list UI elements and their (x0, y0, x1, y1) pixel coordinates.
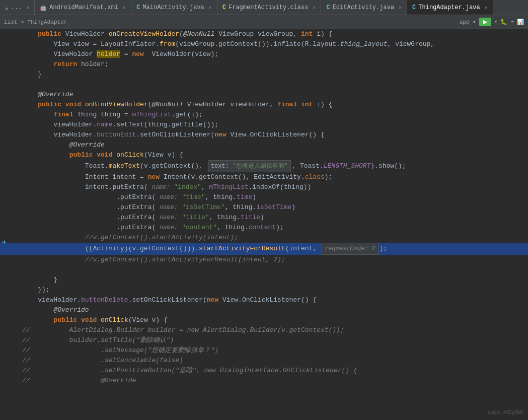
tab-edit[interactable]: C EditActivity.java ✕ (321, 0, 407, 15)
code-line (0, 80, 528, 90)
code-line: intent.putExtra( name: "index", mThingLi… (0, 182, 528, 192)
code-line: // AlertDialog.Builder builder = new Ale… (0, 325, 528, 335)
tab-close-thing[interactable]: ✕ (485, 5, 488, 11)
tab-main[interactable]: C MainActivity.java ✕ (131, 0, 217, 15)
code-line: //v.getContext().startActivity(intent); (0, 233, 528, 243)
top-bar-right: app ▾ ▶ ⚡ 🐛 ☂ 📊 (460, 18, 524, 26)
code-line: @Override (0, 305, 528, 315)
code-line: Intent intent = new Intent(v.getContext(… (0, 172, 528, 182)
code-line: .putExtra( name: "content", thing.conten… (0, 223, 528, 233)
code-line: // @Override (0, 376, 528, 386)
profile-icon[interactable]: 📊 (517, 19, 524, 25)
code-line: viewHolder.buttonDelete.setOnClickListen… (0, 295, 528, 305)
tab-bar: ☕ ... ✕ 🤖 AndroidManifest.xml ✕ C MainAc… (0, 0, 528, 15)
code-line (0, 265, 528, 275)
tab-unknown[interactable]: ☕ ... ✕ (0, 0, 35, 15)
code-line: // .setPositiveButton("是哒", new DialogIn… (0, 366, 528, 376)
code-line: public ViewHolder onCreateViewHolder(@No… (0, 29, 528, 39)
tab-close-fragment[interactable]: ✕ (313, 5, 316, 11)
code-line: public void onClick(View v) { (0, 315, 528, 325)
code-line: // .setMessage("您确定要删除清单？") (0, 345, 528, 356)
app-label: app ▾ (460, 19, 476, 25)
code-line: viewHolder.buttonEdit.setOnClickListener… (0, 130, 528, 140)
code-line: // .setCancelable(false) (0, 356, 528, 366)
tab-fragment[interactable]: C FragmentActivity.class ✕ (217, 0, 322, 15)
code-line: } (0, 275, 528, 285)
tab-close-main[interactable]: ✕ (209, 5, 212, 11)
tooltip-requestcode: requestCode: 2 (322, 243, 379, 255)
code-line-active: ➜ ((Activity)(v.getContext())).startActi… (0, 243, 528, 255)
code-line: public void onClick(View v) { (0, 150, 528, 160)
code-line: ViewHolder holder = new ViewHolder(view)… (0, 49, 528, 59)
run-button[interactable]: ▶ (479, 18, 491, 26)
code-line: //v.getContext().startActivityForResult(… (0, 255, 528, 265)
tab-icon-fragment: C (222, 4, 226, 11)
tab-icon-thing: C (412, 4, 416, 11)
code-line: .putExtra( name: "time", thing.time) (0, 192, 528, 202)
code-line: }); (0, 285, 528, 295)
code-line: final Thing thing = mThingList.get(i); (0, 110, 528, 120)
coverage-icon[interactable]: ☂ (510, 19, 514, 25)
tab-close-unknown[interactable]: ✕ (26, 5, 29, 11)
code-line: .putExtra( name: "title", thing.title) (0, 213, 528, 223)
code-line: viewHolder.name.setText(thing.getTitle()… (0, 120, 528, 130)
code-area[interactable]: public ViewHolder onCreateViewHolder(@No… (0, 29, 528, 420)
watermark: wazin_432g4b0 (488, 409, 523, 415)
code-line: .putExtra( name: "isSetTime", thing.isSe… (0, 202, 528, 213)
code-line: Toast.makeText(v.getContext(), text: "您将… (0, 160, 528, 172)
code-line: @Override (0, 140, 528, 150)
tab-manifest[interactable]: 🤖 AndroidManifest.xml ✕ (35, 0, 131, 15)
lightning-icon[interactable]: ⚡ (494, 19, 498, 25)
debug-icon[interactable]: 🐛 (500, 19, 507, 25)
code-line: } (0, 69, 528, 80)
tooltip-text: text: "您将进入编辑界面" (208, 160, 291, 172)
execution-arrow: ➜ (1, 238, 6, 248)
tab-close-manifest[interactable]: ✕ (123, 5, 126, 11)
ide-window: ☕ ... ✕ 🤖 AndroidManifest.xml ✕ C MainAc… (0, 0, 528, 420)
tab-close-edit[interactable]: ✕ (399, 5, 402, 11)
tab-icon-unknown: ☕ (5, 5, 9, 11)
code-line: public void onBindViewHolder(@NonNull Vi… (0, 100, 528, 110)
code-line: // builder.setTitle("删除确认") (0, 335, 528, 345)
tab-icon-edit: C (326, 4, 330, 11)
tab-thing[interactable]: C ThingAdapter.java ✕ (407, 0, 493, 15)
tab-icon-main: C (136, 4, 140, 11)
code-line: View view = LayoutInflater.from(viewGrou… (0, 39, 528, 49)
code-line: return holder; (0, 59, 528, 69)
top-bar-left: list > ThingAdapter (4, 19, 67, 25)
tab-icon-manifest: 🤖 (40, 5, 47, 11)
top-bar: list > ThingAdapter app ▾ ▶ ⚡ 🐛 ☂ 📊 (0, 15, 528, 29)
breadcrumb: list > ThingAdapter (4, 19, 67, 25)
code-line: @Override (0, 90, 528, 100)
